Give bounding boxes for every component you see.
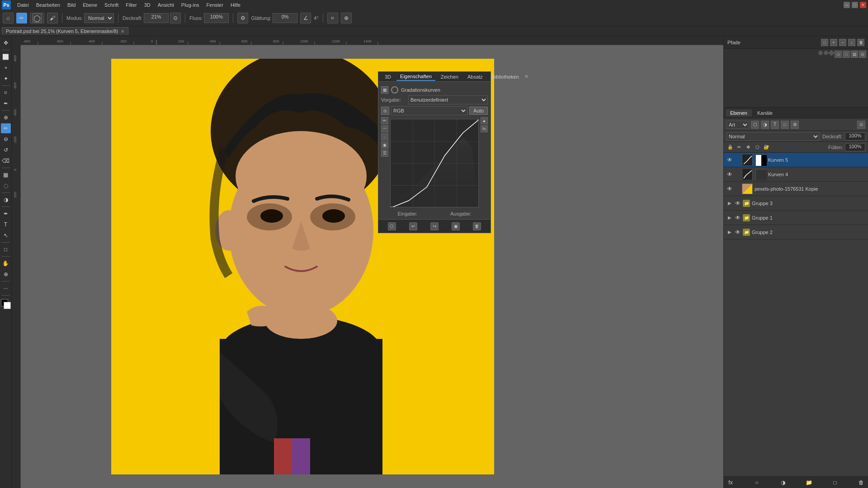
brush-options-icon[interactable]: ✏ <box>16 13 27 23</box>
lock-brush-icon[interactable]: ✏ <box>736 144 743 151</box>
add-mask-button[interactable]: ○ <box>753 479 761 487</box>
prop-btn-delete[interactable]: 🗑 <box>473 222 481 230</box>
curve-graph[interactable] <box>390 119 479 207</box>
curve-tool-eye[interactable]: ◉ <box>381 141 388 149</box>
menu-datei[interactable]: Datei <box>14 1 33 9</box>
menu-hilfe[interactable]: Hilfe <box>227 1 244 9</box>
layer-kurven5[interactable]: 👁 Kurven 5 <box>724 153 868 167</box>
properties-zeichen-tab[interactable]: Zeichen <box>437 73 462 80</box>
layer-vis-kurven5[interactable]: 👁 <box>726 157 733 163</box>
menu-filter[interactable]: Filter <box>122 1 140 9</box>
maximize-button[interactable]: □ <box>852 2 858 8</box>
app-icon[interactable]: Ps <box>2 0 11 9</box>
home-icon[interactable]: ⌂ <box>3 13 14 23</box>
glaettung-value[interactable]: 0% <box>273 13 297 23</box>
filter-type-icon[interactable]: T <box>771 121 779 129</box>
delete-layer-button[interactable]: 🗑 <box>857 479 865 487</box>
new-fill-button[interactable]: ◑ <box>779 479 787 487</box>
type-tool[interactable]: T <box>1 220 11 230</box>
menu-ansicht[interactable]: Ansicht <box>154 1 178 9</box>
layer-gruppe2[interactable]: ▶ 👁 📁 Gruppe 2 <box>724 225 868 239</box>
blend-mode-select[interactable]: Normal <box>726 132 820 141</box>
blur-tool[interactable]: ◌ <box>1 181 11 191</box>
prop-btn-4[interactable]: ◉ <box>452 222 460 230</box>
filter-shape-icon[interactable]: □ <box>781 121 789 129</box>
mode-select[interactable]: Normal <box>84 13 114 23</box>
menu-fenster[interactable]: Fenster <box>203 1 227 9</box>
lock-transparent-icon[interactable]: 🔒 <box>726 144 734 151</box>
symmetry-icon[interactable]: ⌗ <box>327 13 338 23</box>
deckraft-icon[interactable]: ⊙ <box>170 13 181 23</box>
magic-wand-tool[interactable]: ✦ <box>1 74 11 84</box>
layer-kurven4[interactable]: 👁 Kurven 4 <box>724 167 868 182</box>
dodge-tool[interactable]: ◑ <box>1 195 11 205</box>
new-layer-button[interactable]: □ <box>831 479 839 487</box>
properties-header[interactable]: 3D Eigenschaften Zeichen Absatz Biblioth… <box>378 72 491 82</box>
curve-tool-pencil[interactable]: ✏ <box>381 117 388 124</box>
curve-tool-smooth[interactable]: 〰 <box>381 125 388 132</box>
properties-3d-tab[interactable]: 3D <box>381 73 395 80</box>
history-tool[interactable]: ↺ <box>1 145 11 155</box>
gradient-tool[interactable]: ▦ <box>1 170 11 180</box>
healing-tool[interactable]: ⊕ <box>1 113 11 122</box>
prop-btn-1[interactable]: ⬡ <box>388 222 396 230</box>
close-button[interactable]: ✕ <box>860 2 866 8</box>
hand-tool[interactable]: ✋ <box>1 258 11 268</box>
auto-button[interactable]: Auto <box>469 107 488 115</box>
prop-btn-3[interactable]: ↪ <box>430 222 439 230</box>
curve-tool-point[interactable]: · <box>381 133 388 141</box>
curve-percent-icon[interactable]: % <box>481 125 488 132</box>
pfade-icon-d[interactable]: ◎ <box>859 51 866 58</box>
layer-pexels[interactable]: 👁 pexels-photo-1576531 Kopie <box>724 182 868 196</box>
prop-btn-2[interactable]: ↩ <box>409 222 417 230</box>
pfade-icon-1[interactable]: □ <box>821 39 828 46</box>
properties-close-icon[interactable]: ✕ <box>524 74 528 80</box>
fill-value[interactable]: 100% <box>845 143 865 151</box>
eraser-tool[interactable]: ⌫ <box>1 156 11 166</box>
pfade-icon-c[interactable]: ▤ <box>851 51 858 58</box>
filter-toggle[interactable]: ⊙ <box>857 121 865 129</box>
filter-adjustment-icon[interactable]: ◑ <box>761 121 769 129</box>
tab-kanaele[interactable]: Kanäle <box>753 109 777 117</box>
menu-plugins[interactable]: Plug-ins <box>178 1 203 9</box>
filter-pixel-icon[interactable]: ⬡ <box>751 121 759 129</box>
layer-vis-kurven4[interactable]: 👁 <box>726 171 733 178</box>
new-group-button[interactable]: 📁 <box>805 479 813 487</box>
layer-expand-gruppe1[interactable]: ▶ <box>726 215 733 221</box>
shape-tool[interactable]: □ <box>1 244 11 254</box>
layer-vis-gruppe3[interactable]: 👁 <box>735 200 741 206</box>
brush-tool-icon[interactable]: 🖌 <box>47 13 58 23</box>
pfade-icon-delete[interactable]: 🗑 <box>857 39 864 46</box>
layer-vis-gruppe2[interactable]: 👁 <box>735 229 741 235</box>
document-tab[interactable]: Portrait.psd bei 25,1% (Kurven 5, Ebenen… <box>2 27 128 35</box>
layer-gruppe3[interactable]: ▶ 👁 📁 Gruppe 3 <box>724 196 868 211</box>
marquee-tool[interactable]: ⬜ <box>1 52 11 62</box>
menu-bild[interactable]: Bild <box>64 1 79 9</box>
menu-3d[interactable]: 3D <box>141 1 154 9</box>
curve-light-icon[interactable]: ▲ <box>481 117 488 124</box>
color-swatches[interactable] <box>1 299 11 309</box>
canvas-area[interactable]: -800 -600 -400 -200 0 200 400 600 800 10… <box>12 36 723 488</box>
pfade-icon-2[interactable]: + <box>830 39 837 46</box>
menu-schrift[interactable]: Schrift <box>101 1 122 9</box>
opacity-value[interactable]: 100% <box>845 132 865 141</box>
clone-tool[interactable]: ⊖ <box>1 134 11 144</box>
more-tools[interactable]: ··· <box>1 283 11 293</box>
lasso-tool[interactable]: ⚬ <box>1 63 11 73</box>
zoom-tool[interactable]: ⊕ <box>1 269 11 279</box>
layer-expand-gruppe2[interactable]: ▶ <box>726 229 733 235</box>
lock-artboard-icon[interactable]: ⬡ <box>754 144 761 151</box>
properties-absatz-tab[interactable]: Absatz <box>464 73 486 80</box>
move-tool[interactable]: ✥ <box>1 38 11 48</box>
brush-preset-icon[interactable]: ◯ <box>30 13 44 23</box>
tab-ebenen[interactable]: Ebenen <box>726 109 752 117</box>
crop-tool[interactable]: ⌗ <box>1 88 11 98</box>
brush-tool[interactable]: ✏ <box>1 123 11 133</box>
lock-all-icon[interactable]: 🔐 <box>763 144 770 151</box>
canvas-content[interactable]: 3D Eigenschaften Zeichen Absatz Biblioth… <box>21 45 723 488</box>
pen-tool[interactable]: ✒ <box>1 209 11 219</box>
angle-icon[interactable]: ∠ <box>300 13 311 23</box>
minimize-button[interactable]: ─ <box>844 2 850 8</box>
path-select-tool[interactable]: ↖ <box>1 230 11 240</box>
lock-position-icon[interactable]: ✥ <box>745 144 752 151</box>
